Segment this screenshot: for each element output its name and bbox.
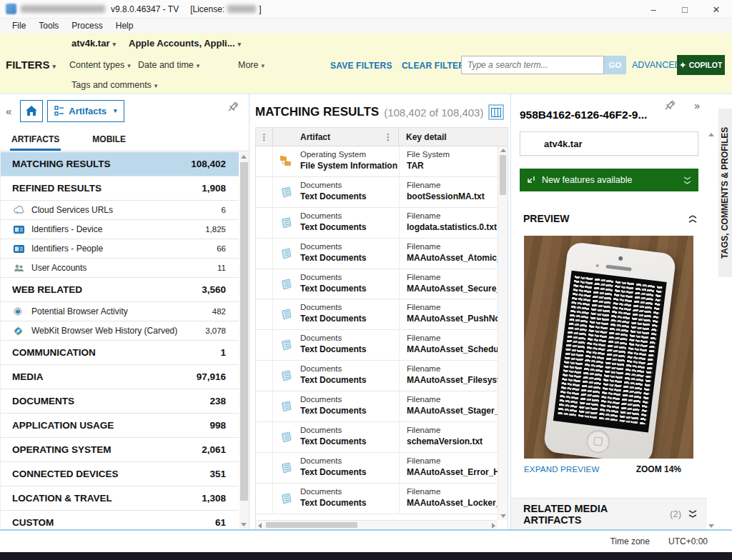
table-horizontal-scrollbar[interactable] [256,520,498,529]
date-and-time-dropdown[interactable]: Date and time▾ [138,60,199,70]
menu-help[interactable]: Help [109,21,140,31]
new-features-icon [527,176,536,184]
caret-down-icon: ▾ [127,62,131,69]
more-dropdown[interactable]: More▾ [238,60,264,70]
text-document-icon [273,361,299,391]
tags-and-comments-dropdown[interactable]: Tags and comments▾ [71,80,157,90]
row-menu-header[interactable]: ⋮ [256,128,273,146]
bottom-edge [0,552,732,560]
table-row[interactable]: Operating SystemFile System Information … [256,146,498,177]
save-filters-button[interactable]: SAVE FILTERS [330,61,392,71]
collapse-panel-right-icon[interactable]: » [694,100,700,111]
source-evidence-box[interactable]: atv4k.tar [520,131,698,156]
artifact-filter-dropdown[interactable]: Apple Accounts, Appli...▾ [129,38,241,49]
sidebar-item-webkit-history[interactable]: WebKit Browser Web History (Carved) 3,07… [1,321,239,341]
sidebar-item-user-accounts[interactable]: User Accounts 11 [1,259,239,278]
advanced-link[interactable]: ADVANCED [632,60,681,70]
pin-panel-icon[interactable] [228,101,239,112]
expand-preview-link[interactable]: EXPAND PREVIEW [524,465,636,474]
sidebar-item-connected-devices[interactable]: CONNECTED DEVICES 351 [1,462,239,486]
sidebar-item-web-related[interactable]: WEB RELATED 3,560 [1,278,239,302]
sidebar-item-potential-browser-activity[interactable]: Potential Browser Activity 482 [1,302,239,321]
table-row[interactable]: DocumentsText Documents FilenameMAAutoAs… [256,484,498,514]
filters-dropdown[interactable]: FILTERS▾ [6,59,56,71]
search-input[interactable] [461,56,604,74]
table-row[interactable]: DocumentsText Documents FilenameMAAutoAs… [256,361,498,391]
table-vertical-scrollbar[interactable] [498,146,508,520]
table-row[interactable]: DocumentsText Documents FilenameMAAutoAs… [256,391,498,422]
menu-process[interactable]: Process [65,21,109,31]
go-button[interactable]: GO [604,56,626,74]
side-rail: TAGS, COMMENTS & PROFILES [718,94,732,529]
sidebar-item-matching-results[interactable]: MATCHING RESULTS 108,402 [1,152,239,176]
sidebar-item-communication[interactable]: COMMUNICATION 1 [1,341,239,365]
table-row[interactable]: DocumentsText Documents FilenamebootSess… [256,177,498,208]
sidebar-item-operating-system[interactable]: OPERATING SYSTEM 2,061 [1,438,239,462]
dots-icon: ⋮ [260,132,269,142]
maximize-button[interactable]: □ [669,0,701,19]
sidebar-item-application-usage[interactable]: APPLICATION USAGE 998 [1,414,239,438]
caret-down-icon: ▾ [52,63,56,70]
column-picker-button[interactable] [488,104,504,120]
table-row[interactable]: DocumentsText Documents FilenameMAAutoAs… [256,330,498,361]
table-row[interactable]: DocumentsText Documents FilenameMAAutoAs… [256,299,498,330]
table-row[interactable]: DocumentsText Documents FilenameschemaVe… [256,422,498,453]
tags-comments-profiles-tab[interactable]: TAGS, COMMENTS & PROFILES [718,109,732,277]
tab-mobile[interactable]: MOBILE [91,129,127,151]
details-panel: » 958B4162-6126-46F2-9... atv4k.tar New … [510,94,718,529]
title-bar: v9.8.0.46347 - TV [License: ] – □ ✕ [0,0,732,19]
chevron-double-up-icon[interactable] [688,215,697,223]
table-row[interactable]: DocumentsText Documents Filenamelogdata.… [256,208,498,239]
details-scrollbar[interactable] [707,131,716,529]
app-icon [6,4,16,14]
artifact-id-title: 958B4162-6126-46F2-9... [520,109,647,121]
globe-icon [14,306,26,316]
close-button[interactable]: ✕ [701,0,732,19]
new-features-banner[interactable]: New features available [520,169,698,191]
sidebar-item-documents[interactable]: DOCUMENTS 238 [1,389,239,414]
copilot-button[interactable]: ✦ COPILOT [677,55,725,75]
home-button[interactable] [20,100,43,122]
content-types-dropdown[interactable]: Content types▾ [69,60,131,70]
filter-bar: atv4k.tar▾ Apple Accounts, Appli...▾ FIL… [0,33,732,94]
results-count: (108,402 of 108,403) [384,106,483,119]
sidebar-item-custom[interactable]: CUSTOM 61 [1,511,239,529]
minimize-button[interactable]: – [638,0,669,19]
table-row[interactable]: DocumentsText Documents FilenameMAAutoAs… [256,239,498,269]
column-artifact[interactable]: Artifact ⋮ [273,128,399,146]
tab-artifacts[interactable]: ARTIFACTS [10,129,61,151]
text-document-icon [273,330,299,360]
columns-icon [491,108,501,117]
sidebar-item-media[interactable]: MEDIA 97,916 [1,365,239,389]
license-prefix: [License: [190,4,224,14]
pin-panel-icon[interactable] [665,100,676,111]
sparkle-icon: ✦ [680,61,686,70]
table-row[interactable]: DocumentsText Documents FilenameMAAutoAs… [256,453,498,484]
text-document-icon [273,239,299,269]
text-document-icon [273,453,299,483]
sidebar-item-location-travel[interactable]: LOCATION & TRAVEL 1,308 [1,486,239,511]
clear-filters-button[interactable]: CLEAR FILTERS [402,61,470,71]
navigation-panel: « Artifacts ▾ [0,94,249,529]
evidence-dropdown[interactable]: atv4k.tar▾ [71,38,116,49]
sidebar-item-cloud-services-urls[interactable]: Cloud Services URLs 6 [1,201,239,220]
sidebar-item-identifiers-device[interactable]: Identifiers - Device 1,825 [1,220,239,239]
menu-file[interactable]: File [6,21,32,31]
column-key-detail[interactable]: Key detail [399,128,498,146]
sidebar-scrollbar[interactable] [239,152,249,529]
sidebar-item-refined-results[interactable]: REFINED RESULTS 1,908 [1,176,239,201]
id-card-icon [14,244,26,254]
timezone-label: Time zone [610,536,650,546]
caret-down-icon: ▾ [114,107,117,114]
app-version: v9.8.0.46347 - TV [111,4,179,14]
table-row[interactable]: DocumentsText Documents FilenameMAAutoAs… [256,269,498,300]
sidebar-item-identifiers-people[interactable]: Identifiers - People 66 [1,239,239,259]
artifacts-view-dropdown[interactable]: Artifacts ▾ [47,100,124,122]
collapse-panel-icon[interactable]: « [6,105,11,117]
text-document-icon [273,484,299,514]
users-icon [14,263,26,273]
zoom-level[interactable]: ZOOM 14% [636,464,681,474]
menu-tools[interactable]: Tools [32,21,65,31]
preview-title: PREVIEW [523,213,688,224]
related-media-section[interactable]: RELATED MEDIA ARTIFACTS (2) [511,498,707,529]
